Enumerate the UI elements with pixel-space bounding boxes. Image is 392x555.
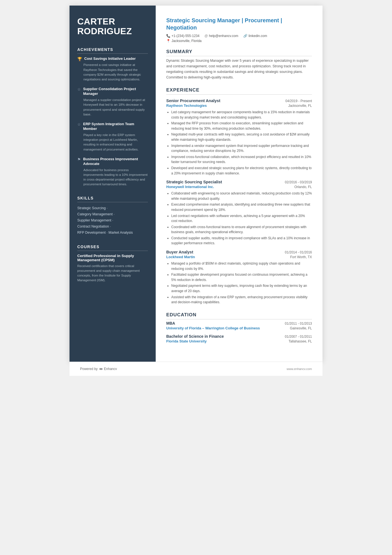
enhancv-logo: ∞: [99, 366, 102, 371]
powered-by-text: Powered by: [80, 367, 98, 371]
job-3-company: Lockheed Martin: [166, 255, 195, 259]
skill-5: RFP Development · Market Analysis: [77, 230, 148, 236]
job-2-bullet-2: Executed comprehensive market analysis, …: [171, 202, 312, 212]
job-2-bullet-4: Coordinated with cross-functional teams …: [171, 225, 312, 235]
job-1-bullet-3: Negotiated multi-year contracts with key…: [171, 132, 312, 142]
achievement-4-title: Business Process Improvement Advocate: [83, 157, 148, 166]
job-2-date: 02/2016 - 03/2019: [285, 180, 312, 184]
skill-2: Category Management ·: [77, 211, 148, 217]
job-1-location: Jacksonville, FL: [288, 104, 312, 108]
job-1-bullet-4: Implemented a vendor management system t…: [171, 143, 312, 154]
summary-title: SUMMARY: [166, 49, 312, 56]
linkedin-icon: 🔗: [243, 34, 247, 38]
phone-contact: 📞 +1-(234)-555-1234: [166, 34, 199, 38]
degree-1: MBA 01/2011 - 01/2013 University of Flor…: [166, 321, 312, 330]
achievement-2-title: Supplier Consolidation Project Manager: [83, 87, 148, 96]
skills-section: SKILLS Strategic Sourcing · Category Man…: [77, 196, 148, 236]
job-3-bullet-3: Negotiated payment terms with key suppli…: [171, 283, 312, 293]
achievement-3-desc: Played a key role in the ERP system inte…: [77, 133, 148, 152]
degree-1-date: 01/2011 - 01/2013: [285, 322, 312, 325]
phone-value: +1-(234)-555-1234: [172, 34, 199, 38]
degree-1-name: MBA: [166, 321, 175, 325]
job-3-bullets: Managed a portfolio of $50M in direct ma…: [166, 261, 312, 305]
trophy-icon: 🏆: [77, 57, 82, 61]
location-icon: 📍: [166, 39, 170, 43]
job-2: Strategic Sourcing Specialist 02/2016 - …: [166, 180, 312, 246]
sidebar: CARTER RODRIGUEZ ACHIEVEMENTS 🏆 Cost Sav…: [70, 6, 156, 362]
job-3-location: Fort Worth, TX: [290, 255, 312, 259]
footer: Powered by ∞ Enhancv www.enhancv.com: [70, 362, 322, 376]
achievement-2: ☆ Supplier Consolidation Project Manager…: [77, 87, 148, 117]
job-2-location: Orlando, FL: [294, 185, 312, 189]
email-icon: @: [204, 34, 208, 38]
star-icon: ☆: [77, 87, 81, 92]
achievement-3-title: ERP System Integration Team Member: [83, 122, 148, 131]
school-1-loc: Gainesville, FL: [290, 326, 312, 330]
job-1-bullet-6: Developed and executed strategic sourcin…: [171, 166, 312, 176]
achievement-3: ☆ ERP System Integration Team Member Pla…: [77, 122, 148, 152]
job-1-bullet-2: Managed the RFP process from creation to…: [171, 121, 312, 131]
main-content: Strategic Sourcing Manager | Procurement…: [156, 6, 322, 362]
job-3-bullet-1: Managed a portfolio of $50M in direct ma…: [171, 261, 312, 271]
job-1-date: 04/2019 - Present: [286, 99, 312, 103]
job-1-bullets: Led category management for aerospace co…: [166, 110, 312, 176]
experience-title: EXPERIENCE: [166, 87, 312, 95]
phone-icon: 📞: [166, 34, 170, 38]
achievement-1-desc: Pioneered a cost savings initiative at R…: [77, 63, 148, 82]
job-3-bullet-2: Facilitated supplier development program…: [171, 272, 312, 282]
location-value: Jacksonville, Florida: [172, 39, 202, 43]
footer-website: www.enhancv.com: [287, 367, 312, 371]
skills-list: Strategic Sourcing · Category Management…: [77, 205, 148, 236]
school-2-loc: Tallahassee, FL: [289, 339, 312, 343]
job-2-bullet-3: Led contract negotiations with software …: [171, 213, 312, 224]
achievement-4-desc: Advocated for business process improveme…: [77, 168, 148, 187]
email-contact: @ help@enhancv.com: [204, 34, 238, 38]
contact-row: 📞 +1-(234)-555-1234 @ help@enhancv.com 🔗…: [166, 34, 312, 38]
email-value: help@enhancv.com: [209, 34, 238, 38]
courses-section: COURSES Certified Professional in Supply…: [77, 245, 148, 283]
degree-2-date: 01/2007 - 01/2011: [285, 335, 312, 339]
location-row: 📍 Jacksonville, Florida: [166, 39, 312, 43]
achievement-2-desc: Managed a supplier consolidation project…: [77, 98, 148, 117]
course-name: Certified Professional in Supply Managem…: [77, 254, 148, 262]
achievement-1: 🏆 Cost Savings Initiative Leader Pioneer…: [77, 56, 148, 82]
summary-section: SUMMARY Dynamic Strategic Sourcing Manag…: [166, 49, 312, 80]
job-2-bullet-1: Collaborated with engineering to source …: [171, 191, 312, 201]
job-1-title: Senior Procurement Analyst: [166, 98, 220, 103]
linkedin-contact: 🔗 linkedin.com: [243, 34, 267, 38]
courses-title: COURSES: [77, 245, 148, 251]
achievements-section: ACHIEVEMENTS 🏆 Cost Savings Initiative L…: [77, 47, 148, 187]
skill-1: Strategic Sourcing ·: [77, 205, 148, 211]
linkedin-value: linkedin.com: [249, 34, 267, 38]
school-2: Florida State University: [166, 339, 207, 343]
main-title: Strategic Sourcing Manager | Procurement…: [166, 17, 312, 31]
job-3: Buyer Analyst 01/2014 - 01/2016 Lockheed…: [166, 250, 312, 305]
school-1: University of Florida – Warrington Colle…: [166, 326, 260, 330]
star-icon-2: ☆: [77, 122, 81, 127]
degree-2: Bachelor of Science in Finance 01/2007 -…: [166, 334, 312, 343]
job-2-bullets: Collaborated with engineering to source …: [166, 191, 312, 246]
achievements-title: ACHIEVEMENTS: [77, 47, 148, 54]
education-section: EDUCATION MBA 01/2011 - 01/2013 Universi…: [166, 312, 312, 343]
job-1-company: Raytheon Technologies: [166, 103, 207, 108]
footer-brand: Powered by ∞ Enhancv: [80, 366, 117, 371]
job-2-title: Strategic Sourcing Specialist: [166, 180, 222, 184]
degree-2-name: Bachelor of Science in Finance: [166, 334, 224, 339]
job-3-bullet-4: Assisted with the integration of a new E…: [171, 295, 312, 305]
job-2-company: Honeywell International Inc.: [166, 185, 214, 189]
flag-icon: ⚑: [77, 157, 81, 162]
job-1: Senior Procurement Analyst 04/2019 - Pre…: [166, 98, 312, 176]
job-3-date: 01/2014 - 01/2016: [285, 250, 312, 254]
skill-4: Contract Negotiation ·: [77, 223, 148, 230]
experience-section: EXPERIENCE Senior Procurement Analyst 04…: [166, 87, 312, 305]
brand-name: Enhancv: [104, 367, 117, 371]
candidate-name: CARTER RODRIGUEZ: [77, 17, 148, 36]
skill-3: Supplier Management ·: [77, 217, 148, 223]
achievement-4: ⚑ Business Process Improvement Advocate …: [77, 157, 148, 187]
job-2-bullet-5: Conducted supplier audits, resulting in …: [171, 236, 312, 246]
summary-text: Dynamic Strategic Sourcing Manager with …: [166, 58, 312, 80]
course-description: Received certification that covers criti…: [77, 264, 148, 283]
job-3-title: Buyer Analyst: [166, 250, 193, 254]
education-title: EDUCATION: [166, 312, 312, 319]
skills-title: SKILLS: [77, 196, 148, 202]
